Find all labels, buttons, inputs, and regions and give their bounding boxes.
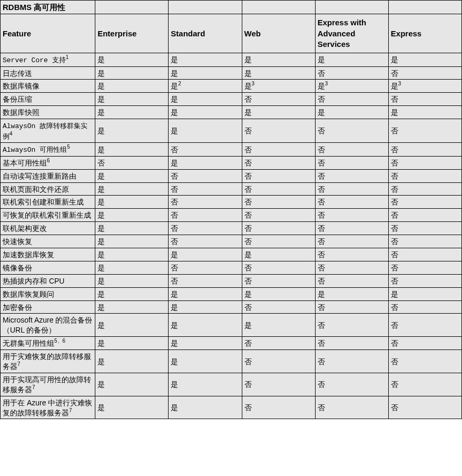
table-row: 用于在 Azure 中进行灾难恢复的故障转移服务器7是是否否否 [1, 396, 462, 419]
feature-cell: 数据库恢复顾问 [1, 287, 95, 300]
value-cell: 是 [169, 350, 242, 373]
feature-cell: 用于灾难恢复的故障转移服务器7 [1, 350, 95, 373]
value-cell: 是2 [169, 80, 242, 93]
value-cell: 否 [315, 93, 388, 106]
value-cell: 否 [388, 119, 461, 143]
table-row: Server Core 支持1是是是是是 [1, 53, 462, 67]
col-header-feature: Feature [1, 14, 95, 53]
value-cell: 否 [315, 274, 388, 287]
value-cell: 否 [315, 182, 388, 196]
value-cell: 否 [242, 300, 315, 314]
value-cell: 是 [95, 287, 169, 300]
table-row: 数据库恢复顾问是是是是是 [1, 287, 462, 300]
value-cell: 否 [388, 350, 461, 373]
value-cell: 是 [242, 314, 315, 337]
col-header-express-adv: Express with Advanced Services [315, 14, 388, 53]
value-cell: 否 [388, 373, 461, 396]
value-cell: 是 [169, 373, 242, 396]
value-cell: 否 [388, 209, 461, 222]
value-cell: 否 [242, 209, 315, 222]
value-cell: 否 [315, 196, 388, 209]
feature-cell: 备份压缩 [1, 93, 95, 106]
value-cell: 否 [315, 222, 388, 235]
feature-cell: 加密备份 [1, 300, 95, 314]
value-cell: 否 [315, 156, 388, 169]
feature-cell: 数据库镜像 [1, 80, 95, 93]
value-cell: 否 [388, 93, 461, 106]
value-cell: 是3 [315, 80, 388, 93]
feature-cell: 基本可用性组6 [1, 156, 95, 169]
value-cell: 否 [169, 261, 242, 274]
feature-cell: 无群集可用性组5、6 [1, 337, 95, 350]
value-cell: 是 [169, 106, 242, 119]
value-cell: 是 [169, 66, 242, 80]
value-cell: 否 [169, 182, 242, 196]
value-cell: 否 [242, 373, 315, 396]
title-row: RDBMS 高可用性 [1, 1, 462, 14]
table-row: 备份压缩是是否否否 [1, 93, 462, 106]
value-cell: 是 [242, 66, 315, 80]
table-row: 加密备份是是否否否 [1, 300, 462, 314]
value-cell: 否 [242, 350, 315, 373]
value-cell: 是 [95, 182, 169, 196]
feature-cell: AlwaysOn 可用性组5 [1, 143, 95, 157]
value-cell: 是 [95, 196, 169, 209]
value-cell: 是 [169, 53, 242, 67]
value-cell: 是 [95, 274, 169, 287]
value-cell: 是 [95, 235, 169, 248]
table-row: 联机页面和文件还原是否否否否 [1, 182, 462, 196]
value-cell: 是 [95, 80, 169, 93]
value-cell: 是 [242, 248, 315, 261]
value-cell: 是 [95, 169, 169, 182]
value-cell: 是 [169, 156, 242, 169]
value-cell: 否 [242, 119, 315, 143]
col-header-web: Web [242, 14, 315, 53]
table-row: Microsoft Azure 的混合备份（URL 的备份）是是是否否 [1, 314, 462, 337]
value-cell: 是 [169, 287, 242, 300]
value-cell: 是 [95, 106, 169, 119]
table-row: 用于实现高可用性的故障转移服务器7是是否否否 [1, 373, 462, 396]
value-cell: 是 [388, 53, 461, 67]
value-cell: 否 [95, 156, 169, 169]
value-cell: 否 [242, 396, 315, 419]
feature-cell: 热插拔内存和 CPU [1, 274, 95, 287]
value-cell: 否 [242, 169, 315, 182]
value-cell: 否 [388, 169, 461, 182]
value-cell: 是3 [388, 80, 461, 93]
value-cell: 是 [95, 53, 169, 67]
value-cell: 是 [169, 396, 242, 419]
value-cell: 否 [315, 248, 388, 261]
feature-cell: 自动读写连接重新路由 [1, 169, 95, 182]
table-row: 数据库快照是是是是是 [1, 106, 462, 119]
feature-cell: 数据库快照 [1, 106, 95, 119]
feature-cell: 加速数据库恢复 [1, 248, 95, 261]
header-row: Feature Enterprise Standard Web Express … [1, 14, 462, 53]
table-row: AlwaysOn 可用性组5是否否否否 [1, 143, 462, 157]
value-cell: 否 [388, 261, 461, 274]
value-cell: 否 [169, 143, 242, 157]
table-row: 基本可用性组6否是否否否 [1, 156, 462, 169]
value-cell: 否 [169, 235, 242, 248]
value-cell: 是 [95, 373, 169, 396]
feature-comparison-table: RDBMS 高可用性 Feature Enterprise Standard W… [0, 0, 462, 419]
value-cell: 否 [242, 93, 315, 106]
feature-cell: Microsoft Azure 的混合备份（URL 的备份） [1, 314, 95, 337]
value-cell: 是 [315, 106, 388, 119]
value-cell: 否 [169, 222, 242, 235]
value-cell: 否 [315, 66, 388, 80]
value-cell: 是 [169, 337, 242, 350]
value-cell: 是 [169, 300, 242, 314]
value-cell: 是 [242, 106, 315, 119]
value-cell: 是 [169, 314, 242, 337]
value-cell: 否 [242, 235, 315, 248]
value-cell: 是 [315, 53, 388, 67]
feature-cell: 联机架构更改 [1, 222, 95, 235]
value-cell: 否 [315, 235, 388, 248]
value-cell: 否 [388, 274, 461, 287]
feature-cell: 可恢复的联机索引重新生成 [1, 209, 95, 222]
table-row: 快速恢复是否否否否 [1, 235, 462, 248]
page-title: RDBMS 高可用性 [1, 1, 95, 14]
value-cell: 是3 [242, 80, 315, 93]
value-cell: 是 [95, 209, 169, 222]
table-row: 镜像备份是否否否否 [1, 261, 462, 274]
